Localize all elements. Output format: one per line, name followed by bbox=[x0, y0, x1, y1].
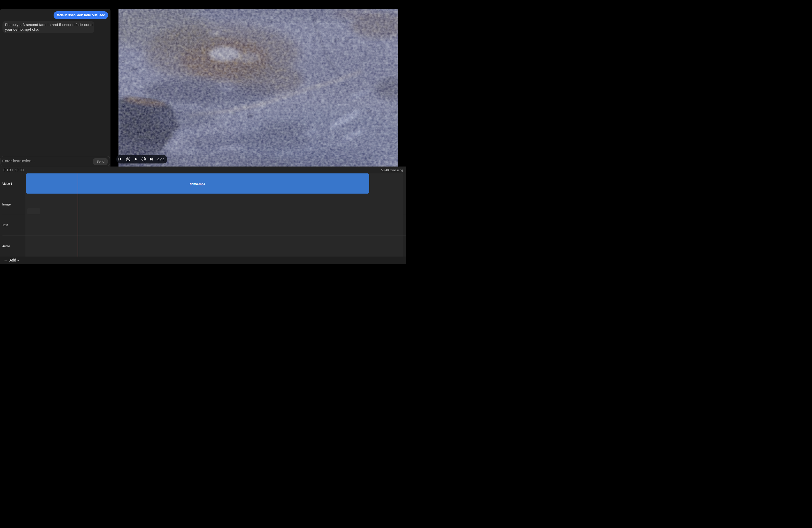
svg-text:10: 10 bbox=[127, 158, 130, 161]
svg-text:10: 10 bbox=[143, 158, 145, 161]
